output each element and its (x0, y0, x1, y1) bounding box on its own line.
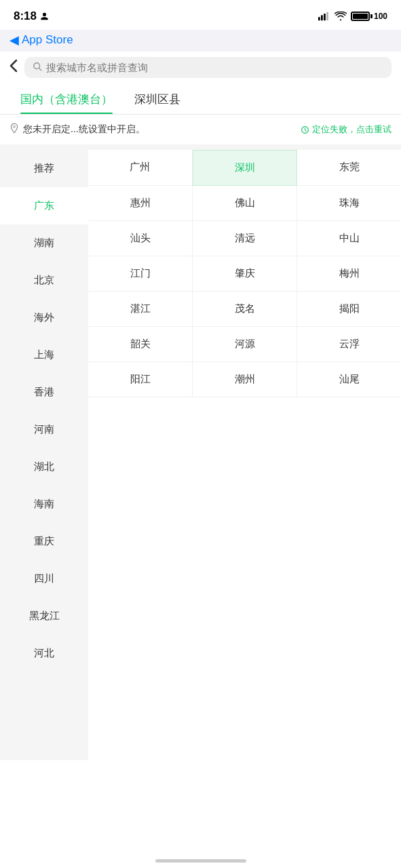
city-row: 汕头清远中山 (88, 221, 401, 256)
appstore-label[interactable]: App Store (22, 33, 73, 47)
location-pin-icon (9, 123, 19, 136)
appstore-back-arrow: ◀ (9, 33, 19, 47)
sidebar-item-henan[interactable]: 河南 (0, 411, 88, 448)
city-cell-惠州[interactable]: 惠州 (88, 186, 193, 221)
city-cell-阳江[interactable]: 阳江 (88, 362, 193, 397)
sidebar-item-recommended[interactable]: 推荐 (0, 150, 88, 187)
svg-rect-3 (326, 12, 328, 21)
location-left: 您未开启定...统设置中开启。 (9, 123, 145, 136)
svg-rect-1 (321, 15, 323, 20)
city-cell-湛江[interactable]: 湛江 (88, 292, 193, 327)
sidebar-item-chongqing[interactable]: 重庆 (0, 523, 88, 560)
city-row: 广州深圳东莞 (88, 150, 401, 186)
svg-point-6 (14, 125, 16, 127)
retry-label[interactable]: 定位失败，点击重试 (312, 123, 392, 136)
location-bar: 您未开启定...统设置中开启。 定位失败，点击重试 (0, 115, 401, 150)
retry-icon (301, 125, 309, 134)
sidebar-item-sichuan[interactable]: 四川 (0, 560, 88, 597)
back-chevron-icon (9, 59, 18, 73)
svg-rect-0 (318, 17, 320, 20)
status-bar: 8:18 100 (0, 0, 401, 30)
city-row: 阳江潮州汕尾 (88, 362, 401, 397)
back-button[interactable] (9, 59, 18, 77)
tabs: 国内（含港澳台） 深圳区县 (0, 83, 401, 115)
location-retry[interactable]: 定位失败，点击重试 (301, 123, 392, 136)
city-cell-云浮[interactable]: 云浮 (297, 327, 401, 362)
search-icon (33, 62, 42, 73)
city-cell-汕尾[interactable]: 汕尾 (297, 362, 401, 397)
sidebar-item-hubei[interactable]: 湖北 (0, 448, 88, 486)
status-time: 8:18 (14, 9, 49, 23)
city-cell-珠海[interactable]: 珠海 (297, 186, 401, 221)
sidebar-item-shanghai[interactable]: 上海 (0, 336, 88, 374)
city-row: 惠州佛山珠海 (88, 186, 401, 221)
city-cell-梅州[interactable]: 梅州 (297, 256, 401, 292)
sidebar-item-beijing[interactable]: 北京 (0, 262, 88, 299)
wifi-icon (335, 12, 347, 21)
location-text: 您未开启定...统设置中开启。 (23, 123, 145, 136)
battery-icon: 100 (351, 12, 387, 21)
city-row: 韶关河源云浮 (88, 327, 401, 362)
main-content: 推荐 广东 湖南 北京 海外 上海 香港 河南 湖北 海南 重庆 四川 黑龙江 … (0, 150, 401, 760)
sidebar-item-heilongjiang[interactable]: 黑龙江 (0, 597, 88, 635)
city-cell-深圳[interactable]: 深圳 (193, 150, 298, 186)
city-cell-河源[interactable]: 河源 (193, 327, 297, 362)
city-cell-广州[interactable]: 广州 (88, 150, 193, 186)
svg-line-5 (39, 68, 41, 71)
sidebar-item-guangdong[interactable]: 广东 (0, 187, 88, 224)
city-row: 江门肇庆梅州 (88, 256, 401, 292)
city-cell-肇庆[interactable]: 肇庆 (193, 256, 297, 292)
tab-domestic[interactable]: 国内（含港澳台） (9, 83, 123, 114)
city-cell-汕头[interactable]: 汕头 (88, 221, 193, 256)
city-cell-江门[interactable]: 江门 (88, 256, 193, 292)
city-cell-中山[interactable]: 中山 (297, 221, 401, 256)
city-cell-揭阳[interactable]: 揭阳 (297, 292, 401, 327)
sidebar-item-hongkong[interactable]: 香港 (0, 374, 88, 411)
svg-rect-2 (324, 14, 326, 20)
home-indicator (155, 859, 246, 863)
city-cell-佛山[interactable]: 佛山 (193, 186, 297, 221)
city-grid: 广州深圳东莞惠州佛山珠海汕头清远中山江门肇庆梅州湛江茂名揭阳韶关河源云浮阳江潮州… (88, 150, 401, 760)
user-icon (40, 12, 49, 21)
tab-shenzhen-district[interactable]: 深圳区县 (123, 83, 191, 114)
search-input[interactable] (46, 62, 383, 73)
search-bar (0, 52, 401, 83)
city-cell-东莞[interactable]: 东莞 (297, 150, 401, 186)
city-row: 湛江茂名揭阳 (88, 292, 401, 327)
sidebar-item-hunan[interactable]: 湖南 (0, 224, 88, 262)
sidebar-item-overseas[interactable]: 海外 (0, 299, 88, 336)
sidebar: 推荐 广东 湖南 北京 海外 上海 香港 河南 湖北 海南 重庆 四川 黑龙江 … (0, 150, 88, 760)
status-right: 100 (318, 12, 387, 21)
city-cell-潮州[interactable]: 潮州 (193, 362, 297, 397)
city-cell-清远[interactable]: 清远 (193, 221, 297, 256)
sidebar-item-hebei[interactable]: 河北 (0, 635, 88, 672)
city-cell-韶关[interactable]: 韶关 (88, 327, 193, 362)
appstore-bar[interactable]: ◀ App Store (0, 30, 401, 52)
sidebar-item-hainan[interactable]: 海南 (0, 486, 88, 523)
signal-icon (318, 12, 330, 21)
city-cell-茂名[interactable]: 茂名 (193, 292, 297, 327)
search-input-wrap[interactable] (24, 57, 392, 78)
